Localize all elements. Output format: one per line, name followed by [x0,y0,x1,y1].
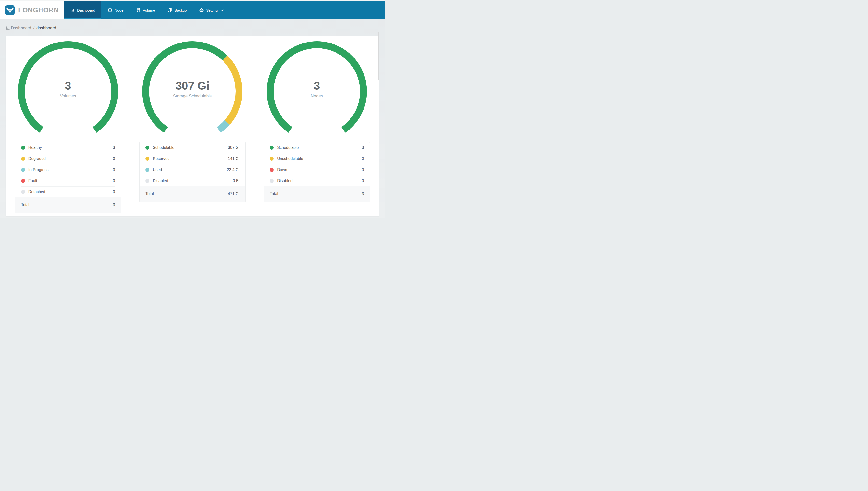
volume-icon [136,8,140,12]
nodes-gauge-chart [265,41,368,137]
legend-total-label: Total [146,192,154,196]
gauge-segment-schedulable [146,45,225,130]
legend-total-label: Total [270,192,278,196]
node-icon [108,8,112,12]
legend-total-label: Total [21,203,29,207]
legend-dot [270,179,274,183]
gear-icon [199,8,204,12]
legend-label: Degraded [29,156,46,161]
legend-label: Schedulable [277,145,299,150]
legend-dot [146,146,149,150]
nodes-legend: Schedulable3Unschedulable0Down0Disabled0… [264,142,370,202]
legend-label: Detached [29,190,45,194]
nodes-legend-total-row: Total3 [264,186,370,202]
legend-value: 0 [362,156,364,161]
logo[interactable]: LONGHORN [0,1,64,20]
nav-item-dashboard[interactable]: Dashboard [64,1,101,20]
longhorn-app: LONGHORN DashboardNodeVolumeBackupSettin… [0,0,385,218]
legend-dot [21,190,25,194]
storage-gauge: 307 GiStorage Schedulable [141,41,244,137]
gauge-segment-used [219,122,227,130]
legend-dot [21,157,25,161]
legend-row-healthy: Healthy3 [21,142,115,153]
storage-legend-total-row: Total471 Gi [140,186,245,202]
legend-value: 0 [113,168,115,172]
legend-value: 141 Gi [228,156,240,161]
breadcrumb-dashboard-icon [6,26,10,30]
legend-dot [270,146,274,150]
brand-name: LONGHORN [18,6,59,14]
backup-icon [168,8,172,12]
legend-value: 3 [113,145,115,150]
legend-label: Used [153,168,162,172]
gauge-segment-reserved [225,58,239,122]
legend-label: In Progress [29,168,49,172]
breadcrumb-page: dashboard [36,26,56,30]
legend-value: 22.4 Gi [227,168,240,172]
legend-row-degraded: Degraded0 [21,153,115,164]
nav-item-node[interactable]: Node [101,1,130,20]
legend-label: Fault [29,179,37,183]
longhorn-logo-icon [5,5,15,15]
legend-row-in-progress: In Progress0 [21,164,115,175]
legend-row-detached: Detached0 [21,186,115,197]
volumes-legend: Healthy3Degraded0In Progress0Fault0Detac… [15,142,121,213]
legend-total-value: 471 Gi [228,192,240,196]
legend-value: 0 [113,179,115,183]
legend-dot [270,168,274,172]
legend-total-value: 3 [113,203,115,207]
volumes-gauge: 3Volumes [17,41,120,137]
dashboard-card: 3VolumesHealthy3Degraded0In Progress0Fau… [6,36,379,216]
nodes-panel: 3NodesSchedulable3Unschedulable0Down0Dis… [255,41,379,216]
gauge-segment-schedulable [270,45,364,130]
legend-value: 3 [362,145,364,150]
legend-dot [21,168,25,172]
legend-label: Healthy [29,145,42,150]
nav-item-backup[interactable]: Backup [161,1,193,20]
legend-label: Down [277,168,287,172]
legend-row-used: Used22.4 Gi [146,164,240,175]
nav-item-volume[interactable]: Volume [130,1,161,20]
volumes-gauge-chart [17,41,120,137]
nav-item-label: Volume [143,8,155,12]
nodes-gauge: 3Nodes [265,41,368,137]
legend-value: 0 Bi [232,179,240,183]
nav-item-label: Setting [206,8,218,12]
legend-row-unschedulable: Unschedulable0 [270,153,364,164]
legend-dot [21,146,25,150]
legend-label: Reserved [153,156,169,161]
legend-total-value: 3 [362,192,364,196]
nav-item-label: Dashboard [77,8,95,12]
legend-row-disabled: Disabled0 [270,175,364,186]
legend-dot [270,157,274,161]
legend-row-down: Down0 [270,164,364,175]
legend-label: Unschedulable [277,156,303,161]
bar-chart-icon [70,8,75,12]
legend-row-reserved: Reserved141 Gi [146,153,240,164]
breadcrumb-section[interactable]: Dashboard [11,26,31,30]
legend-row-fault: Fault0 [21,175,115,186]
storage-panel: 307 GiStorage SchedulableSchedulable307 … [130,41,254,216]
legend-dot [146,179,149,183]
legend-value: 0 [362,168,364,172]
legend-dot [146,157,149,161]
storage-gauge-chart [141,41,244,137]
legend-value: 0 [113,156,115,161]
legend-dot [21,179,25,183]
breadcrumb: Dashboard / dashboard [0,20,385,30]
legend-value: 0 [113,190,115,194]
legend-value: 307 Gi [228,145,240,150]
nav-item-setting[interactable]: Setting [193,1,230,20]
volumes-legend-total-row: Total3 [15,197,121,212]
legend-value: 0 [362,179,364,183]
storage-legend: Schedulable307 GiReserved141 GiUsed22.4 … [139,142,246,202]
legend-label: Schedulable [153,145,175,150]
legend-dot [146,168,149,172]
scrollbar-thumb[interactable] [377,32,379,80]
gauge-segment-healthy [21,45,115,130]
legend-label: Disabled [153,179,168,183]
top-nav: LONGHORN DashboardNodeVolumeBackupSettin… [0,0,385,20]
nav-item-label: Backup [175,8,187,12]
legend-row-schedulable: Schedulable3 [270,142,364,153]
breadcrumb-separator: / [33,26,34,30]
